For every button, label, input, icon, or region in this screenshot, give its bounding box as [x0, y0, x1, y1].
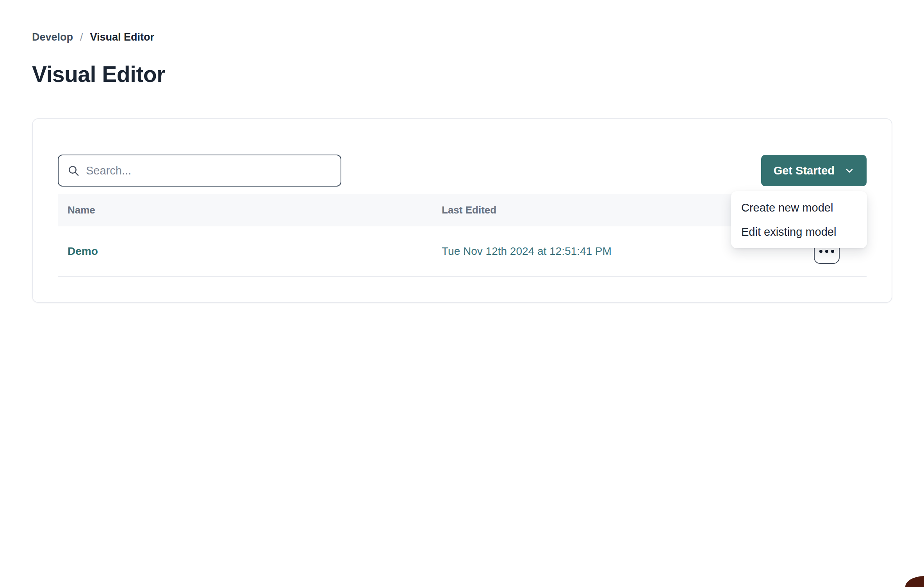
main-page: Develop / Visual Editor Visual Editor Ge… [0, 0, 924, 303]
search-icon [67, 164, 80, 177]
column-header-name: Name [58, 204, 442, 216]
model-name-link[interactable]: Demo [68, 245, 98, 257]
chevron-down-icon [845, 166, 854, 175]
breadcrumb-visual-editor: Visual Editor [90, 31, 155, 43]
page-title: Visual Editor [32, 61, 892, 87]
get-started-label: Get Started [774, 164, 835, 177]
toolbar: Get Started [58, 155, 867, 187]
ellipsis-icon [819, 250, 822, 253]
chat-widget-corner[interactable] [905, 576, 924, 587]
model-last-edited: Tue Nov 12th 2024 at 12:51:41 PM [442, 245, 612, 257]
search-input[interactable] [86, 155, 332, 186]
menu-item-create-new-model[interactable]: Create new model [731, 196, 867, 220]
breadcrumb-separator: / [80, 31, 83, 43]
get-started-dropdown: Create new model Edit existing model [731, 191, 867, 248]
breadcrumb-develop[interactable]: Develop [32, 31, 73, 43]
menu-item-edit-existing-model[interactable]: Edit existing model [731, 220, 867, 244]
search-box[interactable] [58, 155, 341, 187]
models-card: Get Started Name Last Edited Demo Tue No… [32, 118, 892, 303]
breadcrumb: Develop / Visual Editor [32, 31, 892, 43]
get-started-button[interactable]: Get Started [761, 155, 867, 186]
